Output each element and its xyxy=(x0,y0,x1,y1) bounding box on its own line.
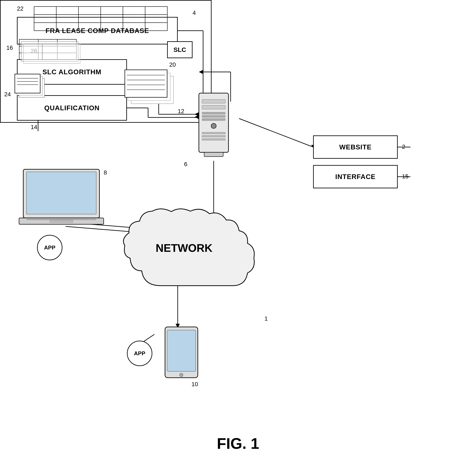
fig-label: FIG. 1 xyxy=(217,435,259,452)
ref-22-inner: 22 xyxy=(17,5,24,12)
ref-24-inner: 24 xyxy=(4,91,11,98)
svg-rect-46 xyxy=(202,105,225,109)
network-cloud: NETWORK xyxy=(118,205,309,311)
svg-rect-63 xyxy=(167,330,196,371)
server-tower xyxy=(193,91,235,161)
ref-14: 14 xyxy=(31,124,37,130)
ref-15: 15 xyxy=(402,173,409,180)
svg-point-50 xyxy=(211,123,216,129)
ref-4: 4 xyxy=(193,10,196,16)
svg-rect-52 xyxy=(202,135,225,137)
interface-box: INTERFACE xyxy=(313,165,398,188)
ref-6: 6 xyxy=(184,161,187,168)
svg-line-17 xyxy=(239,118,313,147)
svg-text:NETWORK: NETWORK xyxy=(156,242,213,254)
svg-rect-49 xyxy=(202,118,225,121)
app-circle-1: APP xyxy=(37,235,62,260)
tablet xyxy=(163,326,205,385)
stacked-pages-24 xyxy=(13,72,55,106)
app-circle-2: APP xyxy=(127,341,152,366)
svg-rect-56 xyxy=(26,172,96,214)
grid-table-22 xyxy=(34,6,167,31)
svg-rect-60 xyxy=(26,218,96,220)
diagram: FRA LEASE COMP DATABASE 26 SLC ALGORITHM… xyxy=(0,0,476,467)
stacked-pages-12 xyxy=(123,68,182,110)
svg-rect-39 xyxy=(125,70,167,97)
website-box: WEBSITE xyxy=(313,135,398,159)
interface-label: INTERFACE xyxy=(335,173,375,181)
ref-16-inner: 16 xyxy=(6,44,13,51)
app-label-2: APP xyxy=(134,350,145,357)
ref-2: 2 xyxy=(402,143,405,150)
svg-rect-53 xyxy=(202,139,225,140)
ref-12-inner: 12 xyxy=(178,108,184,115)
svg-rect-45 xyxy=(202,99,225,103)
slc-inner-label: SLC xyxy=(173,46,186,53)
ref-1: 1 xyxy=(264,315,268,322)
ref-8: 8 xyxy=(104,169,107,176)
website-label: WEBSITE xyxy=(339,143,372,151)
svg-rect-47 xyxy=(202,112,225,114)
laptop xyxy=(17,167,106,235)
slc-inner-box: SLC xyxy=(167,41,193,58)
ref-20-inner: 20 xyxy=(169,61,176,68)
app-label-1: APP xyxy=(44,244,55,251)
svg-rect-48 xyxy=(202,115,225,117)
ref-10: 10 xyxy=(192,381,198,388)
svg-rect-54 xyxy=(204,152,223,156)
svg-point-64 xyxy=(180,373,183,377)
svg-rect-33 xyxy=(15,74,40,93)
svg-rect-51 xyxy=(202,132,225,134)
svg-rect-58 xyxy=(50,220,73,223)
